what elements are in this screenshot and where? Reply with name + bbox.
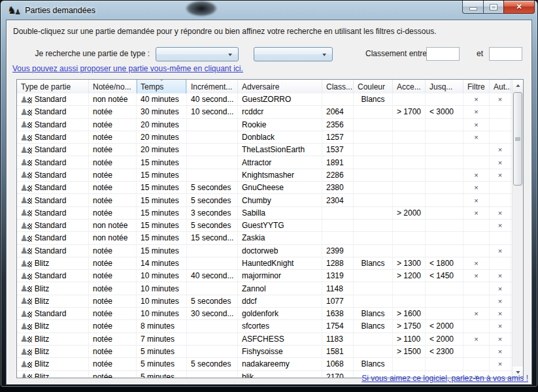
cell-time: 14 minutes <box>137 257 187 269</box>
close-button[interactable]: ✕ <box>503 1 535 14</box>
cell-filter <box>463 320 490 332</box>
cell-increment <box>187 245 238 257</box>
game-row[interactable]: ♟Standardnotée15 minutes3 secondesSabill… <box>17 207 512 220</box>
pawn-icon: ♟ <box>20 95 32 104</box>
game-subtype-combo[interactable]: ▼ <box>254 47 333 61</box>
window-controls: ✕ <box>462 1 535 14</box>
pawn-icon: ♟ <box>20 196 32 204</box>
game-row[interactable]: ♟Standardnon notée40 minutes40 second...… <box>17 93 512 106</box>
minimize-button[interactable] <box>462 1 484 14</box>
scroll-up-button[interactable]: ▲ <box>513 80 524 91</box>
cell-filter: × <box>463 333 490 345</box>
game-row[interactable]: ♟Standardnotée15 minutes5 secondesGnuChe… <box>17 182 512 194</box>
game-row[interactable]: ♟Standardnotée15 minutesdoctorweb2399× <box>17 245 512 257</box>
scrollbar-thumb[interactable] <box>513 92 522 186</box>
column-header-filter[interactable]: Filtre <box>463 80 490 93</box>
game-row[interactable]: ♟Blitznotée7 minutesASFCHESS1183> 1100< … <box>17 333 512 346</box>
game-row[interactable]: ♟Standardnotée10 minutes40 second...majo… <box>17 270 512 282</box>
cell-time: 15 minutes <box>137 245 187 257</box>
cell-rating: 1077 <box>322 295 354 307</box>
cell-time: 10 minutes <box>137 295 187 307</box>
game-row[interactable]: ♟Blitznotée14 minutesHauntedKnight1288Bl… <box>17 257 512 270</box>
cell-auto <box>490 119 511 131</box>
column-header-increment[interactable]: Incrément... <box>187 80 238 93</box>
cell-time: 5 minutes <box>137 371 187 378</box>
game-row[interactable]: ♟Blitznotée10 minutesZannol1148× <box>17 282 512 295</box>
game-row[interactable]: ♟Standardnon notée15 minutes5 secondesGu… <box>17 220 512 232</box>
cell-color <box>354 106 393 118</box>
cell-increment: 15 second... <box>187 232 238 244</box>
cell-color <box>354 207 393 219</box>
cell-min <box>393 182 426 193</box>
cell-color <box>354 270 393 282</box>
column-header-time[interactable]: ▼Temps <box>137 80 187 93</box>
cell-adversary: doctorweb <box>238 245 322 257</box>
game-row[interactable]: ♟Standardnotée20 minutesTheLastSionEarth… <box>17 144 512 156</box>
cell-auto: × <box>490 245 511 257</box>
checkerboard-icon <box>27 336 32 342</box>
vertical-scrollbar[interactable]: ▲ ▼ <box>512 80 523 378</box>
cell-rating: 2170 <box>322 371 354 378</box>
column-header-color[interactable]: Couleur <box>354 80 393 93</box>
cell-time: 15 minutes <box>137 182 187 193</box>
maximize-button[interactable] <box>484 1 503 14</box>
cell-rated: notée <box>89 295 137 307</box>
game-type-combo[interactable]: ▼ <box>156 47 239 61</box>
rating-max-input[interactable] <box>489 47 522 61</box>
cell-adversary: blik <box>238 371 322 378</box>
game-row[interactable]: ♟Standardnotée20 minutesDonblack1257× <box>17 131 512 144</box>
game-row[interactable]: ♟Blitznotée8 minutessfcortes1754Blancs> … <box>17 320 512 333</box>
cell-adversary: GnuCheese <box>238 182 322 193</box>
column-header-rated[interactable]: Notée/no... <box>89 80 137 93</box>
cell-type: ♟Standard <box>17 131 89 143</box>
column-header-auto[interactable]: Aut... <box>490 80 511 93</box>
cell-increment <box>187 282 238 294</box>
rating-min-input[interactable] <box>426 47 460 61</box>
game-row[interactable]: ♟Standardnon notée15 minutes15 second...… <box>17 232 512 244</box>
column-header-rating[interactable]: Class... <box>322 80 354 93</box>
cell-min: > 1750 <box>393 320 426 332</box>
game-row[interactable]: ♟Standardnotée15 minutes5 secondesChumby… <box>17 194 512 206</box>
pawn-icon: ♟ <box>20 259 32 268</box>
cell-min <box>393 194 426 206</box>
share-with-friends-link[interactable]: Si vous aimez ce logiciel, parlez-en à v… <box>361 374 528 383</box>
cell-filter: × <box>463 106 490 118</box>
cell-time: 20 minutes <box>137 131 187 143</box>
pawn-icon: ♟ <box>20 133 32 142</box>
cell-rating: 1288 <box>322 257 354 269</box>
cell-increment <box>187 119 238 131</box>
column-header-min[interactable]: Acce... <box>393 80 426 93</box>
chevron-down-icon: ▼ <box>321 52 334 57</box>
game-type-text: Blitz <box>35 335 50 344</box>
cell-type: ♟Standard <box>17 207 89 219</box>
game-row[interactable]: ♟Standardnotée15 minutesKnightsmasher228… <box>17 169 512 182</box>
game-row[interactable]: ♟Standardnotée10 minutes30 second...gold… <box>17 308 512 320</box>
cell-auto <box>490 182 511 193</box>
game-row[interactable]: ♟Blitznotée5 minutesFishysoisse1581> 150… <box>17 346 512 358</box>
cell-adversary: ddcf <box>238 295 322 307</box>
cell-time: 5 minutes <box>137 346 187 357</box>
cell-color: Blancs <box>354 320 393 332</box>
game-row[interactable]: ♟Blitznotée10 minutes5 secondesddcf1077× <box>17 295 512 308</box>
cell-type: ♟Standard <box>17 156 89 168</box>
checkerboard-icon <box>27 186 32 191</box>
cell-min <box>393 358 426 370</box>
game-row[interactable]: ♟Standardnotée30 minutes10 second...rcdd… <box>17 106 512 118</box>
game-row[interactable]: ♟Blitznotée5 minutes5 secondesnadakareem… <box>17 358 512 370</box>
cell-max <box>426 282 463 294</box>
cell-filter <box>463 282 490 294</box>
column-header-type[interactable]: Type de partie <box>17 80 89 93</box>
cell-type: ♟Standard <box>17 144 89 155</box>
pawn-icon: ♟ <box>20 234 32 242</box>
game-row[interactable]: ♟Standardnotée15 minutesAttractor1891× <box>17 156 512 169</box>
cell-max: < 3000 <box>426 106 463 118</box>
cell-max <box>426 169 463 181</box>
column-header-max[interactable]: Jusq... <box>426 80 463 93</box>
titlebar[interactable]: ♞ ♟ Parties demandées ✕ <box>1 1 537 20</box>
game-row[interactable]: ♟Standardnotée20 minutesRookie2356× <box>17 119 512 131</box>
cell-rated: notée <box>89 131 137 143</box>
column-header-adversary[interactable]: Adversaire <box>238 80 322 93</box>
column-header-label: Jusq... <box>429 82 452 91</box>
cell-adversary: Zannol <box>238 282 322 294</box>
propose-game-link[interactable]: Vous pouvez aussi proposer une partie vo… <box>12 64 243 73</box>
